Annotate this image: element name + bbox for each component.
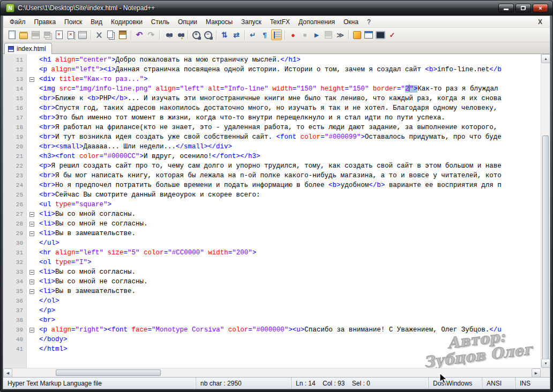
code-line[interactable]: 21<h3><font color="#0000CC">И вдруг, осе… [3,152,541,161]
spell-check-icon[interactable] [387,29,398,40]
collapse-box-icon[interactable] [29,222,34,227]
code-line[interactable]: 24<br>Но я предпочел потратить больше вр… [3,180,541,190]
indent-guide-icon[interactable] [271,29,282,40]
horizontal-scrollbar[interactable]: ◀ ▶ [3,368,541,377]
code-line[interactable]: 25<br>Сейчас Вы смотрите данный видеоуро… [3,190,541,200]
close-button[interactable] [533,4,548,12]
code-line[interactable]: 29<li>Вы в замешательстве. [3,229,541,238]
restore-button[interactable] [515,4,531,12]
fold-marker[interactable] [27,209,36,219]
menu-item-стиль[interactable]: Стиль [147,17,174,27]
menu-item-запуск[interactable]: Запуск [237,17,266,27]
new-file-icon[interactable] [6,29,17,40]
code-line[interactable]: 36</ol> [3,296,541,306]
code-line[interactable]: 32<ol type="I"> [3,258,541,267]
record-macro-icon[interactable] [288,29,298,40]
code-line[interactable]: 19<br>И тут возникла идея создать уже св… [3,132,541,142]
code-line[interactable]: 37</p> [3,306,541,315]
fold-marker[interactable] [27,219,36,229]
code-line[interactable]: 27<li>Вы со мной согласны. [3,209,541,219]
fold-marker[interactable] [27,287,36,296]
replace-icon[interactable] [174,29,185,40]
show-all-chars-icon[interactable] [259,29,270,40]
undo-icon[interactable] [134,29,145,40]
code-line[interactable]: 33<li>Вы со мной согласны. [3,267,541,277]
line-number: 18 [3,123,27,132]
scroll-right-arrow-icon[interactable]: ▶ [532,368,541,377]
tab-index-html[interactable]: index.html [4,43,52,54]
title-bar[interactable]: N C:\Users\1\Desktop\Site\index.html - N… [1,1,552,16]
code-line[interactable]: 28<li>Вы со мной не согласны. [3,219,541,229]
run-macro-multiple-icon[interactable] [335,29,346,40]
menu-item-вид[interactable]: Вид [86,17,107,27]
fold-marker[interactable] [27,74,36,84]
code-line[interactable]: 22<p>Я решил создать сайт про то, чему с… [3,161,541,171]
plugin-console-icon[interactable] [375,29,386,40]
close-all-icon[interactable] [65,29,76,40]
code-line[interactable]: 31<hr align="left" size="5" color="#CC00… [3,248,541,258]
code-line[interactable]: 15<br>Ближе к <b>PHP</b>... И изучать эт… [3,94,541,103]
menu-item-правка[interactable]: Правка [30,17,61,27]
vertical-scroll-thumb[interactable] [542,135,549,360]
scroll-down-arrow-icon[interactable]: ▼ [541,359,550,368]
sync-horizontal-icon[interactable] [231,29,242,40]
find-icon[interactable] [162,29,173,40]
open-folder-icon[interactable] [18,29,29,40]
code-line[interactable]: 34<li>Вы со мной не согласны. [3,277,541,287]
minimize-button[interactable] [498,4,514,12]
plugin-mime-tools-icon[interactable] [352,29,362,40]
code-line[interactable]: 17<br>Это был именно тот момент в жизни,… [3,113,541,123]
code-line[interactable]: 26<ul type="square"> [3,200,541,209]
word-wrap-icon[interactable] [248,29,258,40]
menu-item-textfx[interactable]: TextFX [266,17,294,27]
cut-icon[interactable] [94,29,104,40]
close-file-icon[interactable] [54,29,64,40]
collapse-box-icon[interactable] [29,77,34,82]
vertical-scrollbar[interactable]: ▲ ▼ [541,54,550,368]
collapse-box-icon[interactable] [29,280,34,284]
editor-area[interactable]: 11<h1 align="center">Добро пожаловать на… [3,54,550,377]
code-line[interactable]: 20<br><small>Дааааа... Шли недели...</sm… [3,142,541,152]
plugin-export-icon[interactable] [363,29,374,40]
menu-item-файл[interactable]: Файл [5,17,30,27]
code-line[interactable]: 30</ul> [3,238,541,248]
code-line[interactable]: 16<br>Спустя год, таких адресов накопило… [3,103,541,113]
sync-vertical-icon[interactable] [219,29,230,40]
code-line[interactable]: 12<p align="left"><i>Данная страничка по… [3,65,541,74]
fold-marker[interactable] [27,229,36,238]
fold-marker[interactable] [27,277,36,287]
syntax-token: Вы со мной согласны. [55,268,136,276]
menu-item-макросы[interactable]: Макросы [201,17,237,27]
fold-marker[interactable] [27,325,36,335]
paste-icon[interactable] [117,29,128,40]
menu-item-поиск[interactable]: Поиск [60,17,86,27]
print-icon[interactable] [77,29,88,40]
menubar-close-icon[interactable]: X [533,18,548,26]
scroll-left-arrow-icon[interactable]: ◀ [3,368,12,377]
collapse-box-icon[interactable] [29,289,34,294]
code-line[interactable]: 18<br>Я работал на фрилансе(кто не знает… [3,123,541,132]
zoom-in-icon[interactable] [191,29,201,40]
fold-marker[interactable] [27,267,36,277]
scroll-up-arrow-icon[interactable]: ▲ [541,54,550,63]
collapse-box-icon[interactable] [29,212,34,217]
menu-item-дополнения[interactable]: Дополнения [294,17,339,27]
code-line[interactable]: 14<img src="img/info-line.png" align="le… [3,84,541,94]
play-macro-icon[interactable] [311,29,322,40]
zoom-out-icon[interactable] [203,29,213,40]
collapse-box-icon[interactable] [29,328,34,333]
code-line[interactable]: 38<br> [3,315,541,325]
copy-icon[interactable] [106,29,116,40]
collapse-box-icon[interactable] [29,270,34,275]
menu-item-?[interactable]: ? [363,17,375,27]
syntax-token: И вдруг, осенило! [144,153,212,160]
code-line[interactable]: 23<br>Я бы мог написать книгу, которая б… [3,171,541,180]
menu-item-окна[interactable]: Окна [339,17,363,27]
collapse-box-icon[interactable] [29,231,34,236]
code-line[interactable]: 35<li>Вы в замешательстве. [3,287,541,296]
menu-item-опции[interactable]: Опции [174,17,201,27]
horizontal-scroll-thumb[interactable] [56,370,161,376]
menu-item-кодировки[interactable]: Кодировки [107,17,147,27]
code-line[interactable]: 13<div title="Как-то раз..."> [3,74,541,84]
code-line[interactable]: 11<h1 align="center">Добро пожаловать на… [3,55,541,65]
